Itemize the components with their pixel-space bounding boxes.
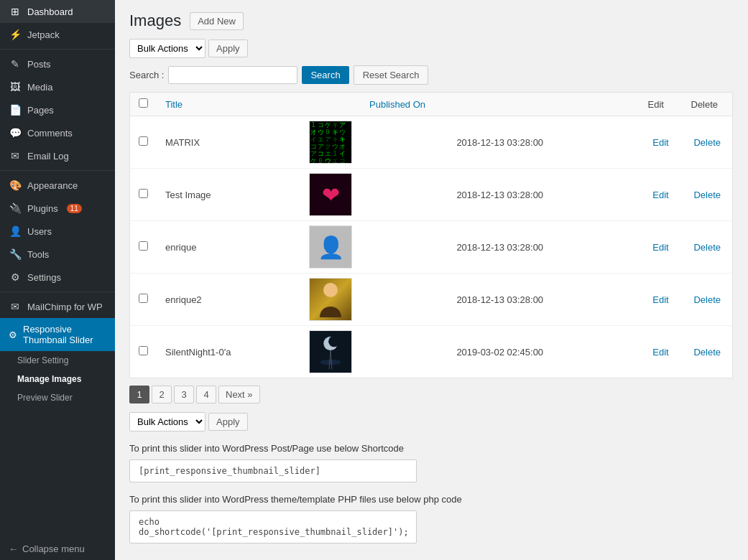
sidebar-label-comments: Comments	[27, 128, 73, 139]
sidebar-item-tools[interactable]: 🔧 Tools	[0, 243, 115, 266]
sidebar-label-posts: Posts	[27, 59, 51, 70]
delete-column-header: Delete	[683, 93, 733, 116]
table-row: enrique👤2018-12-13 03:28:00EditDelete	[130, 221, 733, 274]
sidebar-item-jetpack[interactable]: ⚡ Jetpack	[0, 23, 115, 46]
row-delete-link-2[interactable]: Delete	[693, 190, 721, 200]
page-title-row: Images Add New	[129, 11, 733, 30]
row-edit-link-4[interactable]: Edit	[652, 294, 668, 305]
sidebar-item-email-log[interactable]: ✉ Email Log	[0, 144, 115, 167]
row-thumbnail-3: 👤	[300, 221, 361, 274]
main-content: Images Add New Bulk Actions Apply Search…	[115, 0, 748, 560]
row-edit-link-2[interactable]: Edit	[652, 190, 668, 200]
search-label: Search :	[129, 70, 164, 80]
add-new-button[interactable]: Add New	[190, 12, 244, 30]
page-btn-4[interactable]: 4	[196, 386, 216, 403]
shortcode-box-2: echo do_shortcode('[print_responsive_thu…	[129, 510, 417, 543]
shortcode-desc-2: To print this slider into WordPress them…	[129, 494, 733, 505]
bulk-actions-top-row: Bulk Actions Apply	[129, 39, 733, 58]
row-title-3: enrique	[165, 242, 196, 253]
sidebar-item-pages[interactable]: 📄 Pages	[0, 98, 115, 121]
page-btn-2[interactable]: 2	[152, 386, 172, 403]
reset-search-button[interactable]: Reset Search	[354, 65, 429, 85]
slider-plugin-icon: ⚙	[9, 330, 17, 340]
sidebar-item-settings[interactable]: ⚙ Settings	[0, 266, 115, 289]
users-icon: 👤	[9, 225, 22, 237]
row-checkbox-4[interactable]	[139, 294, 148, 303]
row-delete-link-4[interactable]: Delete	[693, 294, 721, 305]
apply-bottom-button[interactable]: Apply	[208, 413, 248, 431]
sidebar-label-users: Users	[27, 226, 52, 237]
row-checkbox-1[interactable]	[139, 136, 148, 146]
row-delete-link-5[interactable]: Delete	[693, 347, 721, 358]
sidebar-item-users[interactable]: 👤 Users	[0, 220, 115, 243]
collapse-label: Collapse menu	[22, 543, 85, 554]
table-row: enrique22018-12-13 03:28:00EditDelete	[130, 274, 733, 326]
sidebar-item-media[interactable]: 🖼 Media	[0, 75, 115, 98]
row-thumbnail-1: 1コケキアオウ0キウイエアキキコアクウオアコエ1イケ0ウエコイアカイイイ	[300, 116, 361, 169]
sidebar-item-dashboard[interactable]: ⊞ Dashboard	[0, 0, 115, 23]
sidebar-subitem-preview-slider[interactable]: Preview Slider	[0, 388, 115, 407]
row-delete-link-3[interactable]: Delete	[693, 242, 721, 253]
row-checkbox-5[interactable]	[139, 346, 148, 355]
select-all-checkbox[interactable]	[139, 98, 148, 108]
row-published-2: 2018-12-13 03:28:00	[361, 169, 640, 221]
search-button[interactable]: Search	[302, 66, 348, 84]
manage-images-label: Manage Images	[17, 374, 81, 384]
row-published-5: 2019-03-02 02:45:00	[361, 326, 640, 378]
published-column-header[interactable]: Published On	[369, 99, 425, 110]
svg-point-0	[323, 283, 338, 297]
table-row: Test Image❤2018-12-13 03:28:00EditDelete	[130, 169, 733, 221]
sidebar-item-mailchimp[interactable]: ✉ MailChimp for WP	[0, 295, 115, 318]
posts-icon: ✎	[9, 58, 22, 70]
bulk-actions-bottom-select[interactable]: Bulk Actions	[129, 412, 206, 431]
row-delete-link-1[interactable]: Delete	[693, 137, 721, 148]
row-edit-link-3[interactable]: Edit	[652, 242, 668, 253]
media-icon: 🖼	[9, 81, 22, 93]
mailchimp-icon: ✉	[9, 301, 22, 312]
page-btn-next[interactable]: Next »	[218, 386, 260, 403]
sidebar-item-appearance[interactable]: 🎨 Appearance	[0, 174, 115, 197]
row-edit-link-1[interactable]: Edit	[652, 137, 668, 148]
apply-top-button[interactable]: Apply	[208, 39, 248, 57]
row-title-2: Test Image	[165, 190, 211, 200]
email-log-icon: ✉	[9, 150, 22, 162]
sidebar-label-tools: Tools	[27, 249, 49, 260]
search-input[interactable]	[168, 66, 297, 84]
row-checkbox-3[interactable]	[139, 241, 148, 251]
bulk-actions-top-select[interactable]: Bulk Actions	[129, 39, 206, 58]
slider-setting-label: Slider Setting	[17, 355, 68, 365]
sidebar-label-plugins: Plugins	[27, 203, 58, 214]
shortcode-section-1: To print this slider into WordPress Post…	[129, 443, 733, 482]
row-thumbnail-5	[300, 326, 361, 378]
tools-icon: 🔧	[9, 248, 22, 260]
row-edit-link-5[interactable]: Edit	[652, 347, 668, 358]
page-btn-3[interactable]: 3	[174, 386, 194, 403]
page-btn-1[interactable]: 1	[129, 386, 149, 403]
shortcode-section-2: To print this slider into WordPress them…	[129, 494, 733, 543]
pages-icon: 📄	[9, 104, 22, 116]
sidebar-item-responsive-thumbnail-slider[interactable]: ⚙ Responsive Thumbnail Slider	[0, 318, 115, 351]
sidebar: ⊞ Dashboard ⚡ Jetpack ✎ Posts 🖼 Media 📄 …	[0, 0, 115, 560]
bulk-actions-bottom-row: Bulk Actions Apply	[129, 412, 733, 431]
jetpack-icon: ⚡	[9, 29, 22, 40]
sidebar-subitem-manage-images[interactable]: Manage Images	[0, 370, 115, 388]
images-table: Title Published On Edit Delete MATRIX1コケ…	[129, 92, 733, 378]
row-checkbox-2[interactable]	[139, 189, 148, 198]
edit-column-header: Edit	[640, 93, 683, 116]
comments-icon: 💬	[9, 127, 22, 139]
plugins-badge: 11	[67, 204, 82, 213]
title-column-header[interactable]: Title	[165, 99, 183, 110]
sidebar-item-comments[interactable]: 💬 Comments	[0, 121, 115, 144]
sidebar-item-posts[interactable]: ✎ Posts	[0, 52, 115, 75]
sidebar-subitem-slider-setting[interactable]: Slider Setting	[0, 351, 115, 370]
page-title: Images	[129, 11, 181, 30]
collapse-menu-button[interactable]: ← Collapse menu	[0, 538, 115, 560]
sidebar-label-email-log: Email Log	[27, 151, 69, 162]
sidebar-label-jetpack: Jetpack	[27, 29, 60, 40]
sidebar-label-pages: Pages	[27, 105, 54, 116]
sidebar-item-plugins[interactable]: 🔌 Plugins 11	[0, 197, 115, 220]
row-title-5: SilentNight1-0'a	[165, 347, 231, 358]
sidebar-label-dashboard: Dashboard	[27, 6, 73, 17]
plugins-icon: 🔌	[9, 202, 22, 214]
row-title-4: enrique2	[165, 294, 202, 305]
